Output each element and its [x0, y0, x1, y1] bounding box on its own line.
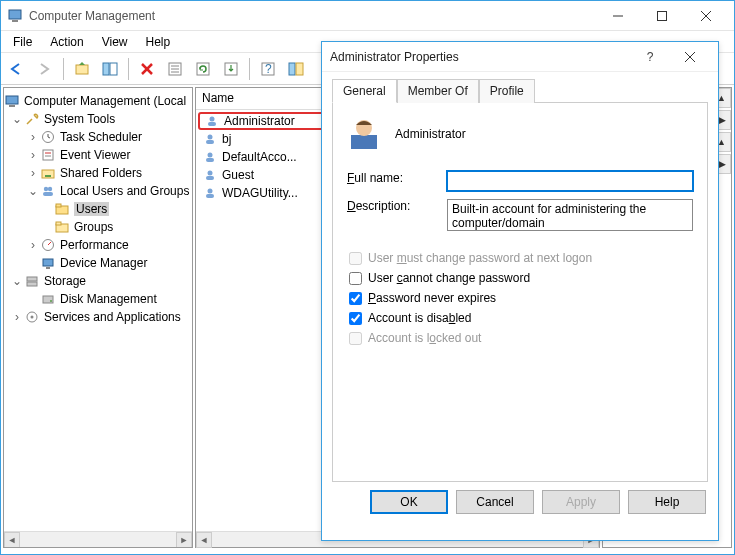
dialog-titlebar[interactable]: Administrator Properties ? [322, 42, 718, 72]
close-button[interactable] [684, 2, 728, 30]
tree-storage[interactable]: Storage [44, 274, 86, 288]
checkbox-never-expires[interactable]: Password never expires [349, 291, 693, 305]
svg-rect-39 [27, 277, 37, 281]
expand-icon[interactable]: › [26, 130, 40, 144]
svg-rect-15 [197, 63, 209, 75]
tree-performance[interactable]: Performance [60, 238, 129, 252]
tree-root[interactable]: Computer Management (Local [24, 94, 186, 108]
right-icon: ▶ [719, 115, 726, 125]
full-name-input[interactable] [447, 171, 693, 191]
tree-pane[interactable]: Computer Management (Local ⌄System Tools… [3, 87, 193, 548]
tree-disk-management[interactable]: Disk Management [60, 292, 157, 306]
help-button[interactable]: Help [628, 490, 706, 514]
svg-rect-6 [76, 65, 88, 74]
full-name-label: FFull name:ull name: [347, 171, 447, 185]
export-button[interactable] [219, 57, 243, 81]
checkbox-disabled[interactable]: Account is disabled [349, 311, 693, 325]
folder-icon [54, 219, 70, 235]
expand-icon[interactable]: ⌄ [10, 274, 24, 288]
tree-scrollbar-horizontal[interactable]: ◄► [4, 531, 192, 547]
svg-rect-31 [43, 192, 53, 196]
tab-profile[interactable]: Profile [479, 79, 535, 103]
tree-event-viewer[interactable]: Event Viewer [60, 148, 130, 162]
expand-icon[interactable]: › [26, 148, 40, 162]
menu-action[interactable]: Action [42, 33, 91, 51]
checkbox-cannot-change[interactable]: User cannot change password [349, 271, 693, 285]
svg-rect-19 [289, 63, 295, 75]
svg-rect-38 [46, 267, 50, 269]
tree-groups[interactable]: Groups [74, 220, 113, 234]
user-icon [202, 131, 218, 147]
services-icon [24, 309, 40, 325]
svg-rect-20 [296, 63, 303, 75]
clock-icon [40, 129, 56, 145]
svg-rect-1 [12, 20, 18, 22]
svg-rect-35 [56, 222, 61, 225]
tree-task-scheduler[interactable]: Task Scheduler [60, 130, 142, 144]
tab-general[interactable]: General [332, 79, 397, 103]
cancel-button[interactable]: Cancel [456, 490, 534, 514]
expand-icon[interactable]: › [26, 166, 40, 180]
help-button[interactable]: ? [256, 57, 280, 81]
tree-local-users[interactable]: Local Users and Groups [60, 184, 189, 198]
properties-button[interactable] [163, 57, 187, 81]
checkbox-locked-out: Account is locked out [349, 331, 693, 345]
user-large-icon [347, 117, 381, 151]
refresh-button[interactable] [191, 57, 215, 81]
dialog-button-row: OK Cancel Apply Help [322, 490, 718, 526]
maximize-button[interactable] [640, 2, 684, 30]
device-icon [40, 255, 56, 271]
up-button[interactable] [70, 57, 94, 81]
ok-button[interactable]: OK [370, 490, 448, 514]
back-button[interactable] [5, 57, 29, 81]
computer-icon [4, 93, 20, 109]
svg-point-47 [208, 135, 213, 140]
dialog-title: Administrator Properties [330, 50, 630, 64]
minimize-button[interactable] [596, 2, 640, 30]
dialog-tabs: General Member Of Profile [322, 72, 718, 102]
expand-icon[interactable]: ⌄ [10, 112, 24, 126]
titlebar[interactable]: Computer Management [1, 1, 734, 31]
users-icon [40, 183, 56, 199]
expand-icon[interactable]: ⌄ [26, 184, 40, 198]
app-icon [7, 8, 23, 24]
svg-rect-57 [351, 135, 377, 149]
storage-icon [24, 273, 40, 289]
user-icon [202, 149, 218, 165]
extra-button[interactable] [284, 57, 308, 81]
svg-rect-50 [206, 158, 214, 162]
svg-point-53 [208, 189, 213, 194]
tree-system-tools[interactable]: System Tools [44, 112, 115, 126]
expand-icon[interactable]: › [10, 310, 24, 324]
menu-view[interactable]: View [94, 33, 136, 51]
svg-point-51 [208, 171, 213, 176]
svg-point-29 [44, 187, 48, 191]
svg-rect-3 [658, 11, 667, 20]
svg-rect-7 [103, 63, 109, 75]
forward-button[interactable] [33, 57, 57, 81]
delete-button[interactable] [135, 57, 159, 81]
dialog-body: Administrator FFull name:ull name: Descr… [332, 102, 708, 482]
tree-users[interactable]: Users [74, 202, 109, 216]
tab-member-of[interactable]: Member Of [397, 79, 479, 103]
tools-icon [24, 111, 40, 127]
tree-services-apps[interactable]: Services and Applications [44, 310, 181, 324]
dialog-close-button[interactable] [670, 43, 710, 71]
menu-help[interactable]: Help [138, 33, 179, 51]
menu-file[interactable]: File [5, 33, 40, 51]
tree-shared-folders[interactable]: Shared Folders [60, 166, 142, 180]
properties-dialog[interactable]: Administrator Properties ? General Membe… [321, 41, 719, 541]
tree-device-manager[interactable]: Device Manager [60, 256, 147, 270]
disk-icon [40, 291, 56, 307]
user-icon [202, 167, 218, 183]
show-hide-tree-button[interactable] [98, 57, 122, 81]
description-input[interactable]: Built-in account for administering the c… [447, 199, 693, 231]
dialog-help-button[interactable]: ? [630, 43, 670, 71]
right-icon: ▶ [719, 159, 726, 169]
svg-rect-0 [9, 10, 21, 19]
expand-icon[interactable]: › [26, 238, 40, 252]
svg-rect-40 [27, 282, 37, 286]
dialog-username: Administrator [395, 127, 466, 141]
svg-rect-46 [208, 122, 216, 126]
apply-button[interactable]: Apply [542, 490, 620, 514]
